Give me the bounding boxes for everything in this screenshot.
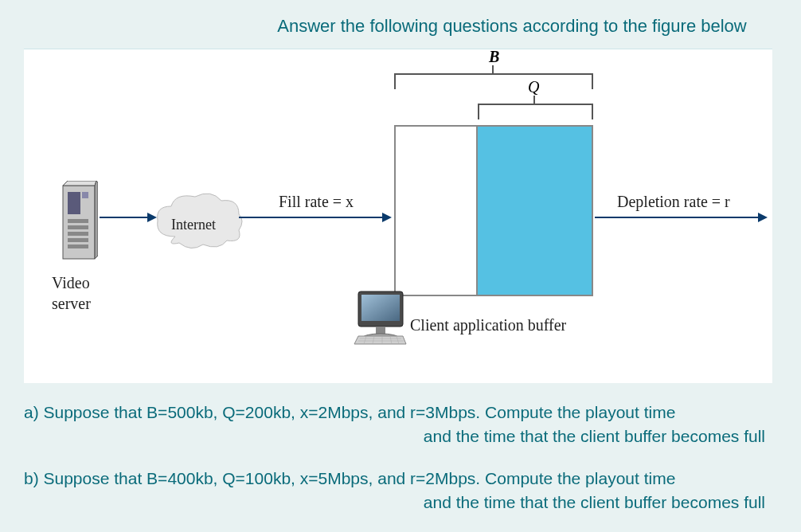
svg-marker-2 bbox=[95, 181, 98, 259]
q-bracket bbox=[478, 104, 593, 119]
question-a: a) Suppose that B=500kb, Q=200kb, x=2Mbp… bbox=[24, 401, 777, 449]
question-b-line2: and the time that the client buffer beco… bbox=[24, 491, 777, 514]
svg-rect-5 bbox=[68, 219, 88, 223]
depletion-label: Depletion rate = r bbox=[617, 193, 730, 211]
question-b: b) Suppose that B=400kb, Q=100kb, x=5Mbp… bbox=[24, 467, 777, 515]
q-label: Q bbox=[528, 78, 539, 96]
buffer-label: Client application buffer bbox=[410, 316, 566, 334]
question-a-line1: a) Suppose that B=500kb, Q=200kb, x=2Mbp… bbox=[24, 403, 675, 421]
arrow-depletion-rate bbox=[595, 217, 766, 218]
question-a-line2: and the time that the client buffer beco… bbox=[24, 424, 777, 448]
b-label: B bbox=[489, 48, 499, 66]
arrow-fill-rate bbox=[239, 217, 390, 218]
question-b-line1: b) Suppose that B=400kb, Q=100kb, x=5Mbp… bbox=[24, 469, 675, 487]
server-label: Video server bbox=[52, 272, 91, 314]
svg-marker-1 bbox=[63, 181, 96, 186]
b-bracket bbox=[394, 73, 593, 89]
fill-rate-label: Fill rate = x bbox=[279, 193, 354, 211]
page-title: Answer the following questions according… bbox=[24, 16, 777, 37]
monitor-icon bbox=[350, 288, 412, 354]
svg-rect-9 bbox=[68, 244, 88, 248]
b-tick bbox=[492, 65, 494, 75]
svg-rect-8 bbox=[68, 238, 88, 242]
figure-container: Video server Internet Fill rate = x B Q … bbox=[24, 49, 772, 383]
server-icon bbox=[60, 181, 98, 268]
cloud-label: Internet bbox=[171, 217, 216, 233]
buffer-fill bbox=[476, 127, 592, 295]
svg-rect-7 bbox=[68, 232, 88, 236]
svg-rect-12 bbox=[361, 295, 400, 321]
svg-rect-3 bbox=[68, 192, 80, 214]
buffer-box bbox=[394, 125, 593, 296]
svg-rect-4 bbox=[82, 192, 88, 198]
svg-rect-6 bbox=[68, 225, 88, 229]
arrow-server-to-cloud bbox=[100, 217, 155, 218]
q-tick bbox=[533, 96, 535, 105]
